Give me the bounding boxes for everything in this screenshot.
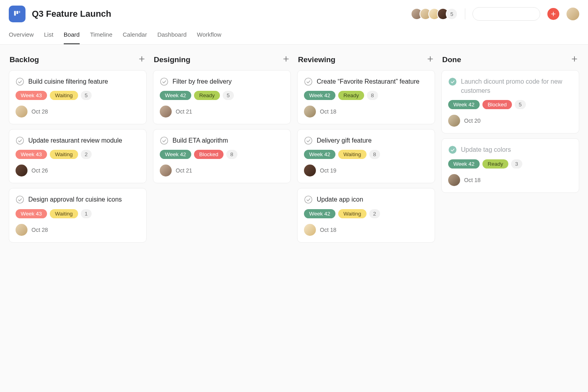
tag[interactable]: Waiting	[50, 91, 78, 100]
task-card[interactable]: Build cuisine filtering featureWeek 43Wa…	[9, 70, 147, 124]
divider	[465, 8, 465, 20]
complete-check-icon[interactable]	[160, 136, 169, 145]
column: DesigningFilter by free deliveryWeek 42R…	[153, 53, 291, 247]
tag[interactable]: Waiting	[338, 209, 367, 218]
due-date: Oct 18	[320, 108, 336, 115]
tab-timeline[interactable]: Timeline	[90, 28, 112, 44]
tag[interactable]: Week 42	[304, 209, 335, 218]
story-points: 5	[81, 91, 92, 100]
assignee-avatar[interactable]	[304, 106, 316, 118]
column-title[interactable]: Backlog	[10, 55, 39, 64]
task-card[interactable]: Build ETA algorithmWeek 42Blocked8Oct 21	[153, 129, 291, 183]
tab-calendar[interactable]: Calendar	[123, 28, 147, 44]
card-title: Launch dicount promo code for new custom…	[461, 77, 572, 95]
tag[interactable]: Waiting	[50, 209, 78, 218]
card-title-row: Launch dicount promo code for new custom…	[448, 77, 572, 95]
svg-point-19	[305, 137, 312, 144]
member-overflow-count[interactable]: 5	[446, 8, 458, 20]
tag[interactable]: Week 42	[304, 150, 335, 159]
column: BacklogBuild cuisine filtering featureWe…	[9, 53, 147, 247]
tag[interactable]: Ready	[194, 91, 220, 100]
tab-board[interactable]: Board	[64, 28, 80, 44]
assignee-avatar[interactable]	[16, 106, 27, 118]
complete-check-icon[interactable]	[304, 77, 313, 86]
project-title[interactable]: Q3 Feature Launch	[32, 9, 111, 19]
tag-row: Week 42Blocked8	[160, 150, 284, 159]
tag[interactable]: Week 42	[160, 91, 191, 100]
tag[interactable]: Week 42	[448, 159, 480, 169]
assignee-avatar[interactable]	[304, 224, 316, 236]
column-title[interactable]: Reviewing	[298, 55, 335, 64]
tag[interactable]: Blocked	[194, 150, 223, 159]
card-title: Filter by free delivery	[172, 77, 232, 86]
card-title-row: Create “Favorite Restaurant” feature	[304, 77, 428, 86]
tag[interactable]: Week 43	[16, 209, 47, 218]
card-title-row: Filter by free delivery	[160, 77, 284, 86]
column-add-button[interactable]	[426, 55, 434, 65]
card-footer: Oct 21	[160, 165, 284, 176]
tab-dashboard[interactable]: Dashboard	[157, 28, 186, 44]
global-add-button[interactable]	[547, 8, 559, 20]
due-date: Oct 28	[31, 108, 48, 115]
task-card[interactable]: Update tag colorsWeek 42Ready3Oct 18	[441, 138, 579, 192]
tag[interactable]: Waiting	[338, 150, 367, 159]
project-icon[interactable]	[9, 6, 25, 22]
story-points: 1	[81, 209, 92, 218]
card-title: Design approval for cuisine icons	[28, 195, 122, 204]
assignee-avatar[interactable]	[448, 115, 460, 127]
task-card[interactable]: Filter by free deliveryWeek 42Ready5Oct …	[153, 70, 291, 124]
complete-check-icon[interactable]	[448, 145, 457, 154]
column: DoneLaunch dicount promo code for new cu…	[441, 53, 579, 247]
assignee-avatar[interactable]	[16, 224, 27, 236]
complete-check-icon[interactable]	[160, 77, 169, 86]
tag-row: Week 43Waiting1	[16, 209, 140, 218]
tag[interactable]: Waiting	[50, 150, 78, 159]
tag[interactable]: Week 42	[304, 91, 335, 100]
tag[interactable]: Ready	[482, 159, 508, 169]
card-footer: Oct 28	[16, 106, 140, 118]
assignee-avatar[interactable]	[448, 174, 460, 186]
tab-overview[interactable]: Overview	[9, 28, 34, 44]
search-box[interactable]	[472, 7, 540, 21]
column-title[interactable]: Designing	[154, 55, 190, 64]
tag-row: Week 42Ready3	[448, 159, 572, 169]
task-card[interactable]: Update restaurant review moduleWeek 43Wa…	[9, 129, 147, 183]
task-card[interactable]: Delivery gift featureWeek 42Waiting8Oct …	[297, 129, 435, 183]
tag[interactable]: Week 43	[16, 91, 47, 100]
member-avatar-stack[interactable]: 5	[411, 8, 458, 20]
column-add-button[interactable]	[282, 55, 290, 65]
current-user-avatar[interactable]	[566, 8, 579, 20]
task-card[interactable]: Update app iconWeek 42Waiting2Oct 18	[297, 188, 435, 242]
task-card[interactable]: Launch dicount promo code for new custom…	[441, 70, 579, 133]
tag[interactable]: Week 43	[16, 150, 47, 159]
complete-check-icon[interactable]	[16, 77, 24, 86]
complete-check-icon[interactable]	[304, 195, 313, 204]
column-header: Reviewing	[297, 53, 435, 70]
complete-check-icon[interactable]	[448, 77, 457, 86]
card-title-row: Build ETA algorithm	[160, 136, 284, 145]
tab-workflow[interactable]: Workflow	[197, 28, 221, 44]
tag[interactable]: Blocked	[482, 100, 512, 109]
column-title[interactable]: Done	[442, 55, 461, 64]
task-card[interactable]: Create “Favorite Restaurant” featureWeek…	[297, 70, 435, 124]
column-add-button[interactable]	[570, 55, 578, 65]
tab-list[interactable]: List	[44, 28, 53, 44]
assignee-avatar[interactable]	[160, 165, 172, 176]
task-card[interactable]: Design approval for cuisine iconsWeek 43…	[9, 188, 147, 242]
tag-row: Week 42Ready5	[160, 91, 284, 100]
card-footer: Oct 18	[448, 174, 572, 186]
search-input[interactable]	[481, 11, 551, 17]
complete-check-icon[interactable]	[16, 136, 24, 145]
assignee-avatar[interactable]	[160, 106, 172, 118]
complete-check-icon[interactable]	[304, 136, 313, 145]
tag[interactable]: Week 42	[448, 100, 480, 109]
assignee-avatar[interactable]	[304, 165, 316, 176]
card-footer: Oct 20	[448, 115, 572, 127]
plus-icon	[550, 11, 557, 17]
complete-check-icon[interactable]	[16, 195, 24, 204]
tag[interactable]: Ready	[338, 91, 364, 100]
assignee-avatar[interactable]	[16, 165, 27, 176]
tag-row: Week 43Waiting5	[16, 91, 140, 100]
tag[interactable]: Week 42	[160, 150, 191, 159]
column-add-button[interactable]	[138, 55, 146, 65]
